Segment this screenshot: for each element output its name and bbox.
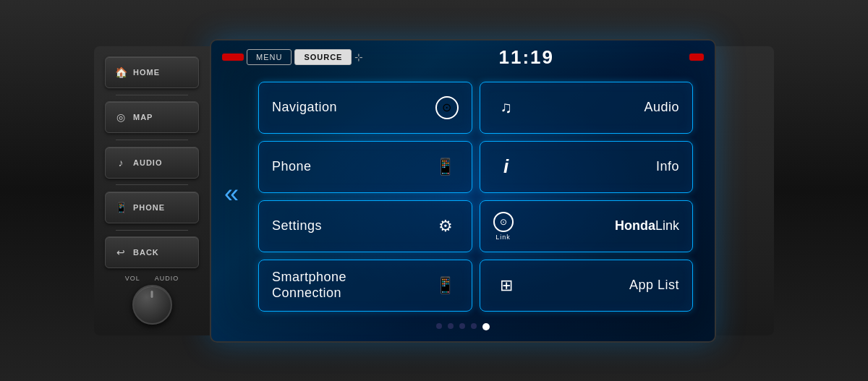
- audio-icon: ♪: [114, 157, 127, 168]
- audio-label: AUDIO: [133, 158, 162, 167]
- applist-menu-item[interactable]: ⊞ App List: [480, 260, 694, 312]
- dot-2[interactable]: [448, 323, 454, 329]
- link-label-text: Link: [655, 218, 679, 234]
- map-button[interactable]: ◎ MAP: [105, 101, 199, 133]
- smartphone-menu-label: SmartphoneConnection: [272, 270, 346, 301]
- smartphone-icon: 📱: [433, 276, 459, 295]
- phone-label: PHONE: [133, 203, 165, 212]
- wireless-icon: ⊹: [354, 51, 363, 63]
- dot-1[interactable]: [436, 323, 442, 329]
- divider-3: [116, 184, 188, 185]
- settings-menu-item[interactable]: Settings ⚙: [258, 200, 472, 252]
- page-dots: [211, 319, 715, 336]
- audio-menu-item[interactable]: ♫ Audio: [480, 82, 694, 134]
- menu-button[interactable]: MENU: [247, 49, 292, 65]
- info-menu-label: Info: [656, 159, 679, 174]
- back-button[interactable]: ↩ BACK: [105, 236, 199, 268]
- left-panel: 🏠 HOME ◎ MAP ♪ AUDIO 📱 PHONE ↩ BACK VOL …: [94, 46, 210, 335]
- vol-label: VOL: [125, 275, 140, 282]
- phone-icon: 📱: [114, 202, 127, 213]
- right-panel: [716, 46, 774, 335]
- hondalink-label: HondaLink: [615, 218, 679, 234]
- back-label: BACK: [133, 248, 159, 257]
- info-icon: i: [493, 155, 519, 178]
- phone-menu-label: Phone: [272, 159, 312, 174]
- home-button[interactable]: 🏠 HOME: [105, 56, 199, 88]
- navigation-menu-item[interactable]: Navigation ⊙: [258, 82, 472, 134]
- divider-4: [116, 230, 188, 231]
- divider-1: [116, 95, 188, 95]
- settings-gear-icon: ⚙: [433, 217, 459, 236]
- map-icon: ◎: [114, 111, 127, 123]
- source-button[interactable]: SOURCE: [294, 49, 352, 65]
- clock-display: 11:19: [498, 46, 554, 69]
- apps-icon: ⊞: [493, 276, 519, 295]
- indicator-red-right: [689, 53, 704, 61]
- menu-grid: Navigation ⊙ ♫ Audio Phone 📱 i Info Sett…: [211, 74, 715, 319]
- dot-5-active[interactable]: [482, 323, 490, 330]
- main-screen: MENU SOURCE ⊹ 11:19 « Navigation ⊙ ♫ Aud…: [210, 39, 716, 343]
- volume-area: VOL AUDIO: [125, 275, 179, 325]
- hondalink-menu-item[interactable]: ⊙ Link HondaLink: [480, 200, 694, 252]
- screen-topbar: MENU SOURCE ⊹ 11:19: [211, 40, 715, 74]
- link-text: Link: [495, 234, 511, 241]
- phone-menu-item[interactable]: Phone 📱: [258, 141, 472, 193]
- indicator-red-left: [222, 53, 244, 61]
- link-icon-container: ⊙ Link: [493, 212, 514, 241]
- applist-menu-label: App List: [629, 278, 679, 293]
- map-label: MAP: [133, 113, 153, 121]
- audio-note-icon: ♫: [493, 98, 519, 117]
- home-label: HOME: [133, 68, 160, 77]
- vol-labels: VOL AUDIO: [125, 275, 179, 282]
- phone-button[interactable]: 📱 PHONE: [105, 192, 199, 223]
- divider-2: [116, 140, 188, 140]
- info-menu-item[interactable]: i Info: [480, 141, 694, 193]
- back-icon: ↩: [114, 247, 127, 258]
- home-icon: 🏠: [114, 67, 127, 78]
- settings-menu-label: Settings: [272, 218, 322, 234]
- car-interior: 🏠 HOME ◎ MAP ♪ AUDIO 📱 PHONE ↩ BACK VOL …: [0, 0, 868, 381]
- audio-vol-label: AUDIO: [155, 275, 179, 282]
- audio-menu-label: Audio: [644, 100, 679, 115]
- phone-menu-icon: 📱: [433, 158, 459, 176]
- dot-4[interactable]: [471, 323, 477, 329]
- audio-button[interactable]: ♪ AUDIO: [105, 147, 199, 179]
- link-circle-icon: ⊙: [493, 212, 514, 232]
- smartphone-menu-item[interactable]: SmartphoneConnection 📱: [258, 260, 472, 312]
- navigation-icon: ⊙: [435, 96, 459, 119]
- dot-3[interactable]: [459, 323, 465, 329]
- topbar-left: MENU SOURCE ⊹: [222, 49, 363, 65]
- volume-knob[interactable]: [132, 285, 172, 325]
- navigation-label: Navigation: [272, 100, 337, 115]
- honda-bold-text: Honda: [615, 218, 655, 234]
